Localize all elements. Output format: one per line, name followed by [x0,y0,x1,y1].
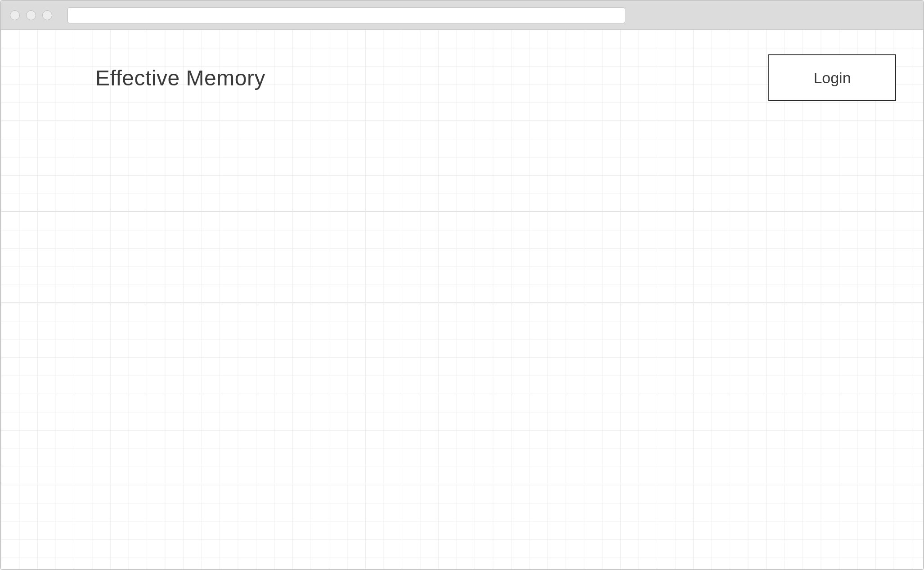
address-bar[interactable] [67,7,625,23]
page-header: Effective Memory Login [1,54,923,101]
maximize-window-icon[interactable] [42,10,52,20]
page-content: Effective Memory Login [1,30,923,569]
page-title: Effective Memory [95,66,265,90]
browser-window: Effective Memory Login [0,0,924,570]
browser-chrome [1,1,923,30]
minimize-window-icon[interactable] [26,10,36,20]
close-window-icon[interactable] [10,10,20,20]
login-button[interactable]: Login [768,54,896,101]
window-controls [10,10,52,20]
